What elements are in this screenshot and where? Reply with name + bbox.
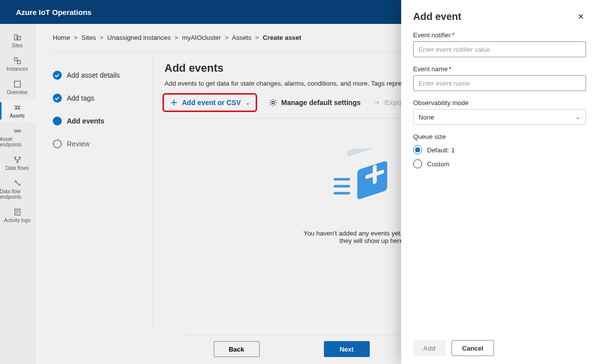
svg-point-5 [16,106,19,109]
asset-endpoints-icon [13,126,22,135]
nav-instances[interactable]: Instances [0,52,35,76]
plus-icon [170,99,178,107]
crumb-unassigned[interactable]: Unassigned instances [107,34,170,41]
nav-instances-label: Instances [6,66,28,72]
nav-data-flow-endpoints[interactable]: Data flow endpoints [0,175,35,204]
manage-default-settings-button[interactable]: Manage default settings [269,99,360,107]
nav-overview-label: Overview [7,90,28,95]
crumb-assets[interactable]: Assets [232,34,251,41]
sites-icon [13,33,22,42]
svg-point-6 [14,130,17,132]
nav-data-flows-label: Data flows [5,165,29,171]
queue-size-label: Queue size [413,133,586,140]
activity-logs-icon [13,208,22,217]
add-event-flyout: Add event ✕ Event notifier* Event name* … [401,0,598,364]
manage-default-label: Manage default settings [281,99,360,107]
svg-rect-1 [17,36,20,40]
flyout-add-button: Add [413,340,446,356]
event-notifier-label: Event notifier* [413,31,586,39]
back-button[interactable]: Back [214,341,260,357]
radio-checked-icon [413,145,422,154]
data-flow-endpoints-icon [13,179,22,188]
observability-mode-value: None [419,114,434,121]
svg-rect-4 [14,81,20,87]
instances-icon [13,56,22,65]
wizard-step-label: Add events [67,117,104,125]
svg-rect-0 [14,35,17,40]
nav-data-flows[interactable]: Data flows [0,151,35,175]
queue-size-custom-radio[interactable]: Custom [413,159,586,168]
chevron-down-icon: ⌄ [246,100,250,106]
nav-overview[interactable]: Overview [0,76,35,99]
svg-point-10 [16,161,18,163]
wizard-step-label: Add asset details [67,71,120,79]
nav-asset-endpoints-label: Asset endpoints [0,136,35,147]
close-icon[interactable]: ✕ [576,10,586,23]
wizard-step-add-events[interactable]: Add events [53,110,152,132]
crumb-sites[interactable]: Sites [82,34,96,41]
wizard-steps: Add asset details Add tags Add events Re… [53,52,152,332]
event-notifier-input[interactable] [413,41,586,57]
wizard-step-label: Add tags [67,94,94,102]
check-icon [53,94,62,103]
nav-sites[interactable]: Sites [0,29,35,52]
assets-icon [13,103,22,112]
svg-point-7 [18,130,20,132]
crumb-current: Create asset [263,34,301,41]
svg-point-9 [19,157,20,158]
wizard-step-label: Review [67,140,90,148]
wizard-step-add-tags[interactable]: Add tags [53,87,152,110]
nav-activity-logs[interactable]: Activity logs [0,204,35,227]
next-button[interactable]: Next [324,341,370,357]
nav-sites-label: Sites [11,43,22,48]
event-name-input[interactable] [413,75,586,91]
svg-rect-3 [17,61,20,64]
chevron-down-icon: ⌄ [576,114,581,121]
wizard-step-review[interactable]: Review [53,132,152,155]
svg-rect-14 [357,160,387,200]
svg-point-11 [14,181,16,182]
data-flows-icon [13,155,22,164]
crumb-cluster[interactable]: myAIOcluster [182,34,221,41]
nav-rail: Sites Instances Overview Assets Asset en… [0,24,35,364]
check-icon [53,71,62,80]
svg-point-13 [272,102,275,104]
wizard-footer: Back Next [184,335,399,357]
highlighted-button-frame: Add event or CSV ⌄ [162,93,257,112]
pending-step-icon [53,139,62,148]
overview-icon [13,80,22,89]
gear-icon [269,99,277,107]
nav-activity-logs-label: Activity logs [4,218,30,223]
app-title: Azure IoT Operations [16,8,92,16]
svg-rect-2 [14,58,17,61]
nav-assets[interactable]: Assets [0,99,35,122]
observability-mode-select[interactable]: None ⌄ [413,109,586,125]
queue-size-default-radio[interactable]: Default: 1 [413,145,586,154]
radio-unchecked-icon [413,159,422,168]
svg-point-8 [14,157,16,158]
nav-data-flow-endpoints-label: Data flow endpoints [0,189,35,200]
nav-asset-endpoints[interactable]: Asset endpoints [0,122,35,151]
flyout-cancel-button[interactable]: Cancel [451,340,494,356]
observability-mode-label: Observability mode [413,99,586,107]
add-event-label: Add event or CSV [182,99,241,107]
current-step-icon [53,117,62,125]
export-icon [373,99,381,107]
queue-size-custom-label: Custom [427,160,449,168]
wizard-step-asset-details[interactable]: Add asset details [53,64,152,87]
crumb-home[interactable]: Home [53,34,70,41]
flyout-title: Add event [413,11,461,22]
add-event-or-csv-button[interactable]: Add event or CSV ⌄ [170,99,250,107]
event-name-label: Event name* [413,65,586,73]
nav-assets-label: Assets [9,113,24,119]
queue-size-default-label: Default: 1 [427,146,455,154]
